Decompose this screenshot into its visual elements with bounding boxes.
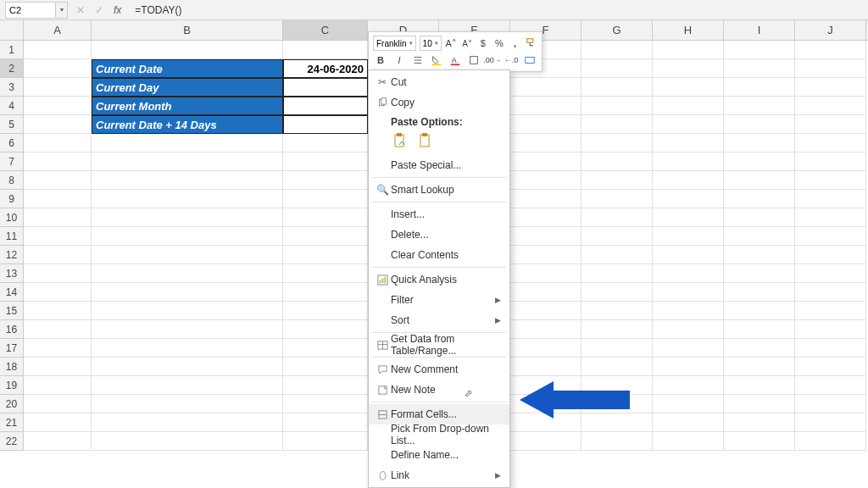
menu-format-cells[interactable]: Format Cells... — [369, 404, 509, 424]
cell-c2[interactable]: 24-06-2020 — [283, 59, 368, 78]
italic-button[interactable]: I — [392, 53, 407, 68]
svg-rect-16 — [379, 280, 381, 283]
svg-rect-14 — [422, 133, 427, 136]
decrease-decimal-icon[interactable]: ←.0 — [504, 53, 519, 68]
fill-color-button[interactable] — [429, 53, 444, 68]
cancel-formula-icon[interactable]: ✕ — [76, 4, 85, 16]
increase-font-icon[interactable]: A˄ — [445, 36, 458, 51]
menu-pick-list[interactable]: Pick From Drop-down List... — [369, 424, 509, 445]
table-icon — [374, 340, 391, 351]
col-header-h[interactable]: H — [653, 20, 724, 40]
cell-c5[interactable] — [283, 115, 368, 134]
cell-c4[interactable] — [283, 97, 368, 115]
font-color-button[interactable]: A — [448, 53, 463, 68]
svg-rect-7 — [470, 57, 478, 64]
fx-icon[interactable]: fx — [114, 4, 121, 16]
row-header[interactable]: 6 — [0, 134, 24, 152]
decrease-font-icon[interactable]: A˅ — [461, 36, 474, 51]
merge-button[interactable] — [522, 53, 537, 68]
comment-icon — [374, 364, 391, 375]
row-header[interactable]: 5 — [0, 115, 24, 134]
scissors-icon: ✂ — [374, 76, 391, 88]
accept-formula-icon[interactable]: ✓ — [95, 4, 103, 16]
border-button[interactable] — [466, 53, 481, 68]
row-header[interactable]: 17 — [0, 339, 24, 358]
col-header-g[interactable]: G — [581, 20, 653, 40]
format-painter-icon[interactable] — [525, 36, 537, 51]
context-menu: ✂ Cut Copy Paste Options: Paste Special.… — [368, 69, 510, 488]
col-header-j[interactable]: J — [795, 20, 866, 40]
col-header-b[interactable]: B — [92, 20, 283, 40]
menu-insert[interactable]: Insert... — [369, 204, 509, 225]
row-header[interactable]: 1 — [0, 41, 24, 59]
row-header[interactable]: 8 — [0, 171, 24, 190]
font-name-select[interactable]: Franklin▾ — [373, 36, 416, 51]
svg-marker-25 — [520, 381, 630, 419]
name-box[interactable]: C2 — [5, 2, 56, 19]
menu-smart-lookup[interactable]: 🔍 Smart Lookup — [369, 180, 509, 200]
cell-c3[interactable] — [283, 78, 368, 97]
font-size-select[interactable]: 10▾ — [420, 36, 442, 51]
col-header-c[interactable]: C — [283, 20, 368, 40]
mini-toolbar: Franklin▾ 10▾ A˄ A˅ $ % , B I A .00→ ←.0 — [368, 31, 542, 72]
menu-link[interactable]: Link▶ — [369, 465, 509, 485]
row-header[interactable]: 19 — [0, 376, 24, 395]
svg-rect-17 — [381, 278, 383, 283]
annotation-arrow — [520, 376, 630, 427]
row-header[interactable]: 10 — [0, 208, 24, 227]
menu-clear-contents[interactable]: Clear Contents — [369, 245, 509, 265]
copy-icon — [374, 97, 391, 108]
svg-rect-6 — [451, 64, 460, 65]
row-header[interactable]: 22 — [0, 432, 24, 451]
svg-rect-10 — [381, 97, 386, 103]
row-header[interactable]: 15 — [0, 302, 24, 320]
align-button[interactable] — [410, 53, 426, 68]
menu-get-data[interactable]: Get Data from Table/Range... — [369, 335, 509, 355]
menu-delete[interactable]: Delete... — [369, 225, 509, 245]
row-header[interactable]: 7 — [0, 152, 24, 171]
select-all-corner[interactable] — [0, 20, 24, 41]
svg-rect-8 — [526, 58, 535, 64]
cell-b2[interactable]: Current Date — [92, 59, 283, 78]
col-header-a[interactable]: A — [24, 20, 92, 40]
row-header[interactable]: 12 — [0, 246, 24, 264]
menu-paste-special[interactable]: Paste Special... — [369, 155, 509, 175]
row-header[interactable]: 16 — [0, 320, 24, 339]
menu-cut[interactable]: ✂ Cut — [369, 72, 509, 92]
formula-bar: C2 ▾ ✕ ✓ fx =TODAY() — [0, 0, 868, 20]
menu-new-note[interactable]: New Note — [369, 380, 509, 400]
row-header[interactable]: 3 — [0, 78, 24, 97]
cell-b5[interactable]: Current Date + 14 Days — [92, 115, 283, 134]
currency-icon[interactable]: $ — [476, 36, 489, 51]
name-box-dropdown[interactable]: ▾ — [56, 2, 68, 19]
menu-define-name[interactable]: Define Name... — [369, 445, 509, 465]
cell-b3[interactable]: Current Day — [92, 78, 283, 97]
menu-filter[interactable]: Filter▶ — [369, 290, 509, 310]
row-header[interactable]: 14 — [0, 283, 24, 302]
row-header[interactable]: 20 — [0, 395, 24, 413]
svg-rect-22 — [378, 385, 386, 393]
row-header[interactable]: 4 — [0, 97, 24, 115]
paste-option-default[interactable] — [391, 131, 411, 152]
percent-icon[interactable]: % — [492, 36, 505, 51]
row-header[interactable]: 2 — [0, 59, 24, 78]
col-header-i[interactable]: I — [724, 20, 795, 40]
row-header[interactable]: 9 — [0, 190, 24, 208]
menu-sort[interactable]: Sort▶ — [369, 310, 509, 330]
menu-copy[interactable]: Copy — [369, 92, 509, 113]
row-header[interactable]: 11 — [0, 227, 24, 246]
menu-new-comment[interactable]: New Comment — [369, 359, 509, 380]
svg-rect-13 — [420, 135, 429, 147]
formula-input[interactable]: =TODAY() — [130, 3, 868, 18]
menu-quick-analysis[interactable]: Quick Analysis — [369, 269, 509, 290]
increase-decimal-icon[interactable]: .00→ — [485, 53, 500, 68]
row-header[interactable]: 21 — [0, 413, 24, 432]
row-header[interactable]: 13 — [0, 264, 24, 283]
note-icon — [374, 385, 391, 396]
bold-button[interactable]: B — [373, 53, 388, 68]
row-header[interactable]: 18 — [0, 358, 24, 376]
svg-rect-4 — [432, 64, 442, 65]
paste-option-values[interactable] — [416, 131, 437, 152]
comma-icon[interactable]: , — [509, 36, 521, 51]
cell-b4[interactable]: Current Month — [92, 97, 283, 115]
